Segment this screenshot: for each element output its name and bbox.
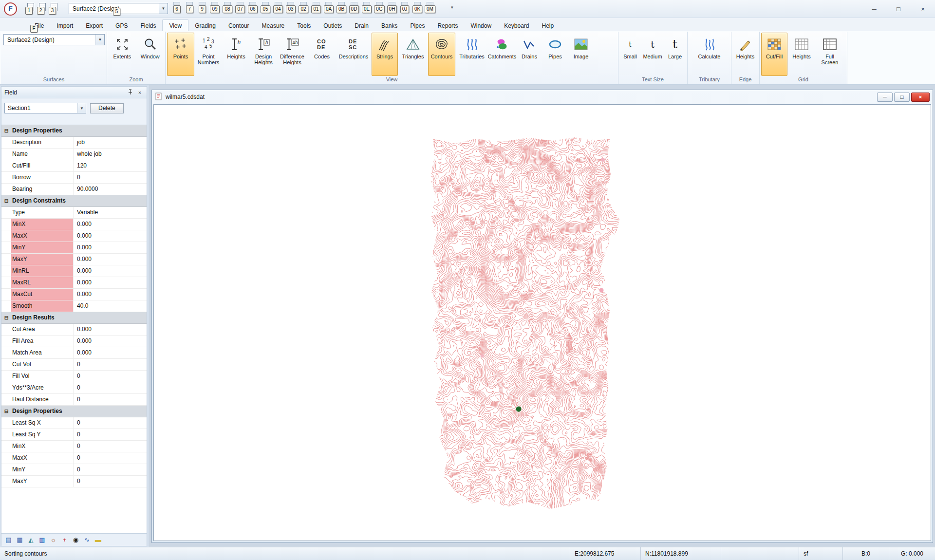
text-large-button[interactable]: t Large (665, 33, 685, 76)
doc-minimize-button[interactable]: ─ (877, 93, 893, 102)
property-row[interactable]: MaxRL 0.000 (1, 277, 147, 289)
property-row[interactable]: Name whole job (1, 149, 147, 160)
qat-button[interactable]: 02 (299, 2, 308, 13)
delete-button[interactable]: Delete (90, 103, 124, 113)
qat-button[interactable]: 7 (185, 2, 194, 13)
property-value[interactable]: 0 (74, 417, 147, 429)
zoom-extents-button[interactable]: Extents (109, 33, 136, 76)
collapse-icon[interactable] (1, 160, 11, 171)
collapse-icon[interactable] (1, 324, 11, 335)
menu-tab[interactable]: Window (464, 20, 498, 31)
qat-button[interactable]: 05 (261, 2, 270, 13)
menu-tab[interactable]: Pipes (404, 20, 431, 31)
property-value[interactable]: 0 (74, 476, 147, 487)
grid-fullscreen-toggle[interactable]: Full Screen (816, 33, 844, 76)
collapse-icon[interactable]: ⊟ (1, 406, 11, 417)
collapse-icon[interactable] (1, 347, 11, 358)
point-numbers-toggle[interactable]: 123 45 Point Numbers (195, 33, 222, 76)
property-row[interactable]: MinY 0.000 (1, 242, 147, 254)
menu-tab[interactable]: GPS (109, 20, 134, 31)
doc-maximize-button[interactable]: □ (894, 93, 910, 102)
property-value[interactable]: 90.0000 (74, 184, 147, 195)
collapse-icon[interactable] (1, 359, 11, 370)
menu-tab[interactable]: Measure (256, 20, 291, 31)
property-row[interactable]: Yds**3/Acre 0 (1, 382, 147, 394)
pipes-toggle[interactable]: Pipes (543, 33, 567, 76)
plan-view-icon[interactable]: ▤ (4, 535, 13, 544)
grid-cutfill-toggle[interactable]: Cut/Fill (761, 33, 787, 76)
qat-button[interactable]: 0M (426, 2, 434, 13)
property-value[interactable]: whole job (74, 149, 147, 160)
contours-toggle[interactable]: Contours (428, 33, 455, 76)
menu-tab[interactable]: Export (79, 20, 109, 31)
menu-tab[interactable]: Outlets (317, 20, 348, 31)
property-value[interactable]: 40.0 (74, 300, 147, 312)
property-row[interactable]: Cut Vol 0 (1, 359, 147, 371)
qat-button[interactable]: 9 (198, 2, 206, 13)
collapse-icon[interactable] (1, 464, 11, 475)
property-row[interactable]: Cut Area 0.000 (1, 324, 147, 336)
chevron-down-icon[interactable]: ▼ (159, 3, 168, 14)
close-panel-icon[interactable]: × (136, 90, 144, 95)
property-row[interactable]: MaxY 0.000 (1, 254, 147, 265)
collapse-icon[interactable] (1, 429, 11, 440)
collapse-icon[interactable] (1, 371, 11, 382)
property-value[interactable]: 0.000 (74, 289, 147, 300)
settings-sun-icon[interactable]: ☼ (49, 535, 58, 544)
minimize-button[interactable]: ─ (862, 0, 886, 18)
property-row[interactable]: ⊟ Design Results (1, 312, 147, 324)
collapse-icon[interactable]: ⊟ (1, 125, 11, 136)
collapse-icon[interactable] (1, 300, 11, 312)
property-row[interactable]: Least Sq X 0 (1, 417, 147, 429)
property-value[interactable]: 0.000 (74, 219, 147, 230)
menu-tab[interactable]: Grading (188, 20, 222, 31)
qat-button[interactable]: 0G (375, 2, 384, 13)
add-points-icon[interactable]: + (60, 535, 69, 544)
property-row[interactable]: Type Variable (1, 207, 147, 219)
qat-button[interactable]: 03 (286, 2, 295, 13)
surface-select-combo[interactable]: Surface2 (Design) ▼ (3, 34, 105, 45)
qat-button[interactable]: 04 (274, 2, 282, 13)
collapse-icon[interactable] (1, 289, 11, 300)
collapse-icon[interactable] (1, 441, 11, 452)
property-value[interactable]: 120 (74, 160, 147, 171)
menu-tab[interactable]: Tools (291, 20, 317, 31)
collapse-icon[interactable] (1, 476, 11, 487)
menu-tab[interactable]: Import (50, 20, 79, 31)
property-value[interactable]: 0 (74, 452, 147, 464)
menu-tab[interactable]: Fields (134, 20, 162, 31)
property-value[interactable]: 0.000 (74, 277, 147, 288)
property-value[interactable]: 0 (74, 371, 147, 382)
property-row[interactable]: Match Area 0.000 (1, 347, 147, 359)
collapse-icon[interactable] (1, 417, 11, 429)
qat-button[interactable]: 1 (27, 3, 35, 12)
collapse-icon[interactable] (1, 242, 11, 253)
doc-close-button[interactable]: × (911, 93, 930, 102)
qat-button[interactable]: 0J (400, 2, 409, 13)
qat-overflow-icon[interactable]: ▾ (451, 5, 453, 10)
zoom-window-button[interactable]: Window (137, 33, 164, 76)
collapse-icon[interactable] (1, 452, 11, 464)
property-row[interactable]: MaxY 0 (1, 476, 147, 487)
qat-button[interactable]: 06 (248, 2, 257, 13)
property-row[interactable]: MinX 0.000 (1, 219, 147, 230)
qat-button[interactable]: 0E (362, 2, 371, 13)
menu-tab[interactable]: Banks (375, 20, 404, 31)
property-value[interactable]: 0 (74, 464, 147, 475)
property-value[interactable]: 0.000 (74, 347, 147, 358)
collapse-icon[interactable] (1, 336, 11, 347)
property-value[interactable]: 0.000 (74, 324, 147, 335)
text-medium-button[interactable]: t Medium (641, 33, 664, 76)
notes-icon[interactable]: ▬ (94, 535, 103, 544)
target-icon[interactable]: ◉ (71, 535, 80, 544)
columns-view-icon[interactable]: ▥ (37, 535, 47, 544)
grid-heights-toggle[interactable]: Heights (788, 33, 815, 76)
collapse-icon[interactable]: ⊟ (1, 312, 11, 323)
menu-tab[interactable]: Contour (222, 20, 256, 31)
property-row[interactable]: Haul Distance 0 (1, 394, 147, 406)
collapse-icon[interactable] (1, 184, 11, 195)
points-toggle[interactable]: Points (167, 33, 194, 76)
maximize-button[interactable]: □ (886, 0, 911, 18)
property-value[interactable]: 0.000 (74, 242, 147, 253)
qat-button[interactable]: 09 (210, 2, 219, 13)
